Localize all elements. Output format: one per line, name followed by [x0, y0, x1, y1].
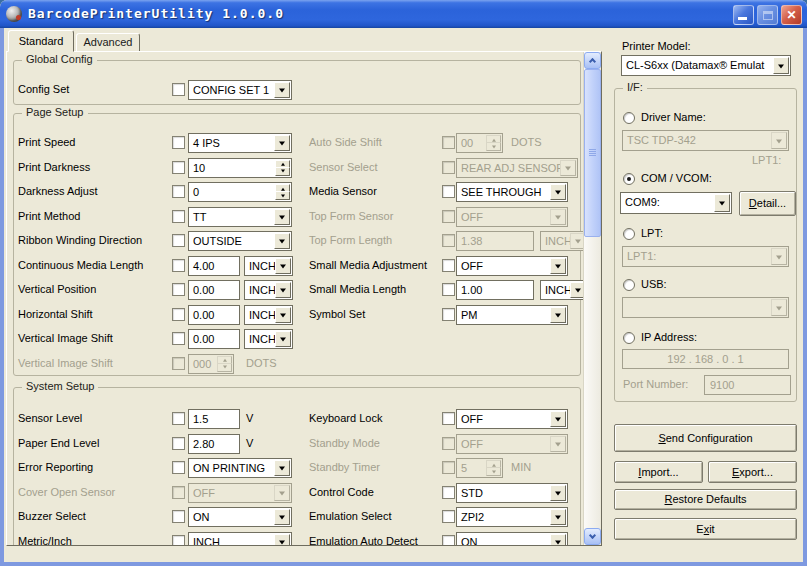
media-sensor-dropdown-button[interactable] [550, 184, 566, 200]
vertical-image-shift-unit-dropdown-button[interactable] [275, 331, 291, 347]
dropdown-arrow-icon [776, 306, 782, 310]
symbol-set-dropdown-button[interactable] [550, 307, 566, 323]
import-button[interactable]: Import... [614, 461, 703, 483]
dropdown-arrow-icon [776, 139, 782, 143]
small-media-length-value: 1.00 [461, 284, 482, 296]
top-form-sensor-value: OFF [461, 211, 483, 223]
restore-defaults-button[interactable]: Restore Defaults [614, 489, 797, 510]
ip-address-radio-label[interactable]: IP Address: [641, 331, 697, 343]
control-code-value: STD [461, 487, 483, 499]
small-media-adjustment-value: OFF [461, 260, 483, 272]
emulation-select-checkbox[interactable] [442, 510, 455, 523]
ip-address-field: 192 . 168 . 0 . 1 [622, 349, 789, 369]
symbol-set-dropdown[interactable]: PM [456, 305, 568, 325]
ip-address-radio[interactable] [623, 332, 635, 344]
lpt-radio[interactable] [623, 228, 635, 240]
standby-timer-spin-down-button [486, 467, 501, 476]
top-form-length-unit-value: INCH [545, 235, 572, 247]
small-media-adjustment-dropdown[interactable]: OFF [456, 256, 568, 276]
vertical-image-shift-label: Vertical Image Shift [18, 357, 113, 369]
vertical-image-shift-unit-dropdown[interactable]: INCH [244, 329, 293, 349]
dropdown-arrow-icon [555, 418, 561, 422]
auto-side-shift-checkbox [442, 136, 455, 149]
page-setup-group: Page Setup Print Speed4 IPSPrint Darknes… [13, 113, 581, 376]
config-set-dropdown-button[interactable] [274, 82, 290, 98]
port-number-field: 9100 [704, 375, 791, 395]
emulation-auto-detect-dropdown[interactable]: ON [456, 532, 568, 547]
emulation-auto-detect-dropdown-button[interactable] [550, 534, 566, 547]
vertical-image-shift-checkbox[interactable] [172, 332, 185, 345]
control-code-dropdown-button[interactable] [550, 485, 566, 501]
exit-button[interactable]: Exit [614, 518, 797, 540]
usb-radio-label[interactable]: USB: [641, 278, 667, 290]
titlebar[interactable]: BarcodePrinterUtility 1.0.0.0 ✕ [0, 0, 807, 28]
port-number-label: Port Number: [623, 378, 688, 390]
small-media-adjustment-checkbox[interactable] [442, 259, 455, 272]
spinner-up-icon [492, 463, 496, 466]
keyboard-lock-dropdown[interactable]: OFF [456, 409, 568, 429]
scroll-down-button[interactable] [584, 528, 601, 545]
standby-timer-spin-buttons [486, 460, 501, 476]
detail-button[interactable]: Detail... [739, 191, 796, 216]
keyboard-lock-label: Keyboard Lock [309, 412, 382, 424]
scroll-up-button[interactable] [584, 52, 601, 69]
chevron-up-icon [589, 58, 596, 65]
minimize-button[interactable] [733, 5, 754, 25]
dropdown-arrow-icon [575, 289, 581, 293]
close-button[interactable]: ✕ [781, 5, 802, 25]
dropdown-arrow-icon [279, 89, 285, 93]
tab-standard[interactable]: Standard [8, 30, 74, 52]
control-code-dropdown[interactable]: STD [456, 483, 568, 503]
symbol-set-checkbox[interactable] [442, 308, 455, 321]
dropdown-arrow-icon [555, 313, 561, 317]
standby-timer-unit-label: MIN [511, 461, 531, 473]
keyboard-lock-checkbox[interactable] [442, 412, 455, 425]
export-button[interactable]: Export... [708, 461, 797, 483]
driver-name-radio[interactable] [623, 112, 635, 124]
vertical-image-shift-spin-buttons [217, 356, 232, 372]
media-sensor-checkbox[interactable] [442, 185, 455, 198]
sensor-select-label: Sensor Select [309, 161, 377, 173]
vertical-image-shift-value: 000 [193, 358, 211, 370]
control-code-checkbox[interactable] [442, 486, 455, 499]
printer-model-dropdown-button[interactable] [773, 57, 789, 74]
row-auto-side-shift: Auto Side Shift00DOTS [14, 132, 580, 157]
global-config-group-title: Global Config [22, 53, 97, 65]
media-sensor-dropdown[interactable]: SEE THROUGH [456, 182, 568, 202]
vertical-image-shift-spinner: 000 [188, 354, 234, 374]
spinner-up-icon [492, 138, 496, 141]
dropdown-arrow-icon [555, 516, 561, 520]
spinner-down-icon [492, 145, 496, 148]
small-media-adjustment-dropdown-button[interactable] [550, 258, 566, 274]
vertical-image-shift-field[interactable]: 0.00 [188, 329, 240, 349]
small-media-adjustment-label: Small Media Adjustment [309, 259, 427, 271]
auto-side-shift-unit-label: DOTS [511, 136, 542, 148]
vertical-scrollbar[interactable] [583, 52, 600, 545]
com-port-dropdown-button[interactable] [714, 194, 730, 212]
emulation-select-dropdown[interactable]: ZPI2 [456, 507, 568, 527]
small-media-length-field[interactable]: 1.00 [456, 280, 534, 300]
dropdown-arrow-icon [555, 264, 561, 268]
emulation-auto-detect-checkbox[interactable] [442, 535, 455, 547]
keyboard-lock-dropdown-button[interactable] [550, 411, 566, 427]
config-set-dropdown[interactable]: CONFIG SET 1 [188, 80, 292, 100]
lpt-radio-label[interactable]: LPT: [641, 227, 663, 239]
printer-model-dropdown[interactable]: CL-S6xx (Datamax® Emulat [621, 55, 791, 76]
app-icon [6, 6, 22, 22]
small-media-length-checkbox[interactable] [442, 283, 455, 296]
config-set-checkbox[interactable] [172, 83, 185, 96]
com-vcom-radio-label[interactable]: COM / VCOM: [641, 172, 712, 184]
driver-name-radio-label[interactable]: Driver Name: [641, 111, 706, 123]
emulation-select-dropdown-button[interactable] [550, 509, 566, 525]
send-configuration-button[interactable]: Send Configuration [614, 424, 797, 452]
scroll-thumb[interactable] [584, 69, 601, 237]
standby-timer-spinner: 5 [456, 458, 503, 478]
tab-advanced[interactable]: Advanced [76, 33, 140, 52]
row-top-form-sensor: Top Form SensorOFF [14, 206, 580, 231]
small-media-length-unit-dropdown[interactable]: INCH [540, 280, 588, 300]
com-port-dropdown[interactable]: COM9: [620, 192, 732, 214]
usb-radio[interactable] [623, 279, 635, 291]
com-vcom-radio[interactable] [623, 173, 635, 185]
vertical-image-shift-unit-value: INCH [249, 333, 276, 345]
lpt-dropdown-button [771, 248, 787, 265]
